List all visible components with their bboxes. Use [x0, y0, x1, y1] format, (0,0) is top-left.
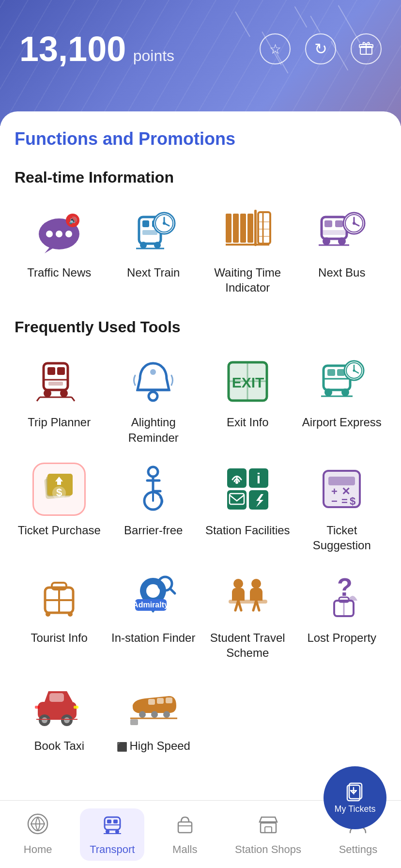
svg-text:🔊: 🔊 [69, 217, 77, 225]
next-train-icon [127, 205, 180, 258]
nav-malls[interactable]: Malls [163, 808, 207, 861]
ticket-suggestion-icon: + ✕ − = $ [315, 463, 369, 516]
svg-text:i: i [257, 470, 261, 486]
nav-home[interactable]: Home [14, 808, 62, 861]
svg-rect-129 [148, 699, 155, 705]
gift-icon-btn[interactable] [351, 33, 382, 64]
svg-point-55 [149, 392, 157, 401]
svg-point-132 [139, 711, 146, 718]
nav-transport[interactable]: Transport [80, 808, 144, 861]
high-speed-icon [127, 678, 180, 731]
tools-section-title: Frequently Used Tools [15, 318, 386, 336]
high-speed-label: ⬛ High Speed [117, 738, 190, 753]
svg-point-50 [44, 389, 51, 397]
malls-icon [174, 813, 196, 839]
instation-finder-label: In-station Finder [111, 630, 195, 645]
svg-point-80 [148, 467, 158, 477]
trip-planner-icon [32, 355, 86, 408]
tourist-info-label: Tourist Info [31, 630, 88, 645]
book-taxi-item[interactable]: Book Taxi [15, 674, 104, 757]
station-facilities-item[interactable]: i Station Facilities [203, 459, 293, 557]
svg-rect-46 [47, 367, 55, 375]
svg-rect-143 [107, 820, 111, 823]
lost-property-item[interactable]: ? Lost Property [297, 566, 387, 664]
header: 13,100 points ☆ ↻ [0, 0, 401, 126]
svg-rect-131 [166, 698, 172, 703]
ticket-suggestion-item[interactable]: + ✕ − = $ Ticket Suggestion [297, 459, 387, 557]
tourist-info-icon [32, 570, 86, 623]
svg-line-53 [37, 397, 40, 401]
svg-rect-35 [335, 220, 343, 227]
svg-point-7 [65, 231, 72, 237]
lost-property-icon: ? [315, 570, 369, 623]
svg-rect-149 [178, 822, 192, 833]
traffic-news-item[interactable]: 🔊 Traffic News [15, 201, 104, 299]
traffic-news-icon: 🔊 [32, 205, 86, 258]
svg-point-103 [68, 612, 73, 617]
svg-point-44 [353, 222, 355, 225]
transport-icon [102, 813, 123, 839]
svg-rect-26 [254, 210, 257, 246]
high-speed-item[interactable]: ⬛ High Speed [109, 674, 199, 757]
ticket-purchase-item[interactable]: $ Ticket Purchase [15, 459, 104, 557]
svg-rect-115 [229, 600, 267, 604]
alighting-reminder-item[interactable]: Alighting Reminder [109, 351, 199, 449]
svg-text:−: − [331, 495, 338, 507]
lost-property-label: Lost Property [307, 630, 376, 645]
ticket-purchase-icon: $ [32, 463, 86, 516]
gift-icon [358, 40, 374, 59]
alighting-reminder-label: Alighting Reminder [111, 415, 197, 445]
airport-express-icon [315, 355, 369, 408]
exit-info-icon: EXIT [221, 355, 274, 408]
svg-rect-36 [322, 230, 347, 235]
svg-point-66 [324, 388, 332, 396]
tickets-icon [345, 781, 365, 802]
airport-express-item[interactable]: Airport Express [297, 351, 387, 449]
star-icon-btn[interactable]: ☆ [260, 33, 291, 64]
exit-info-item[interactable]: EXIT Exit Info [203, 351, 293, 449]
svg-rect-136 [130, 719, 138, 725]
my-tickets-fab[interactable]: My Tickets [324, 766, 386, 829]
refresh-icon: ↻ [314, 40, 327, 58]
svg-point-133 [151, 711, 158, 718]
next-train-item[interactable]: Next Train [109, 201, 199, 299]
alighting-reminder-icon [127, 355, 180, 408]
instation-finder-item[interactable]: Admiralty In-station Finder [109, 566, 199, 664]
svg-rect-27 [258, 212, 270, 244]
points-value: 13,100 [19, 30, 126, 68]
svg-point-38 [338, 237, 346, 245]
svg-point-109 [233, 579, 243, 589]
svg-point-83 [235, 481, 238, 484]
student-travel-label: Student Travel Scheme [205, 630, 291, 660]
svg-rect-63 [327, 369, 335, 376]
exit-info-label: Exit Info [227, 415, 269, 430]
station-facilities-label: Station Facilities [205, 523, 290, 538]
main-title: Functions and Promotions [15, 129, 386, 149]
realtime-section-title: Real-time Information [15, 169, 386, 186]
fab-label: My Tickets [334, 804, 375, 815]
svg-rect-24 [240, 214, 246, 243]
svg-line-108 [170, 589, 175, 593]
ticket-suggestion-label: Ticket Suggestion [299, 523, 385, 553]
svg-rect-23 [233, 214, 239, 243]
main-card: Functions and Promotions Real-time Infor… [0, 111, 401, 849]
student-travel-item[interactable]: Student Travel Scheme [203, 566, 293, 664]
station-facilities-icon: i [221, 463, 274, 516]
nav-station-shops[interactable]: Station Shops [225, 808, 311, 861]
svg-rect-142 [105, 817, 120, 830]
svg-point-14 [140, 242, 147, 248]
svg-text:$: $ [56, 486, 62, 498]
refresh-icon-btn[interactable]: ↻ [305, 33, 336, 64]
points-label: points [133, 47, 174, 64]
svg-point-21 [163, 222, 166, 225]
waiting-time-item[interactable]: Waiting Time Indicator [203, 201, 293, 299]
traffic-news-label: Traffic News [27, 265, 91, 280]
tourist-info-item[interactable]: Tourist Info [15, 566, 104, 664]
trip-planner-label: Trip Planner [28, 415, 91, 430]
barrier-free-item[interactable]: Barrier-free [109, 459, 199, 557]
student-travel-icon [221, 570, 274, 623]
trip-planner-item[interactable]: Trip Planner [15, 351, 104, 449]
svg-rect-130 [157, 698, 164, 704]
next-bus-item[interactable]: Next Bus [297, 201, 387, 299]
svg-rect-0 [360, 46, 372, 54]
